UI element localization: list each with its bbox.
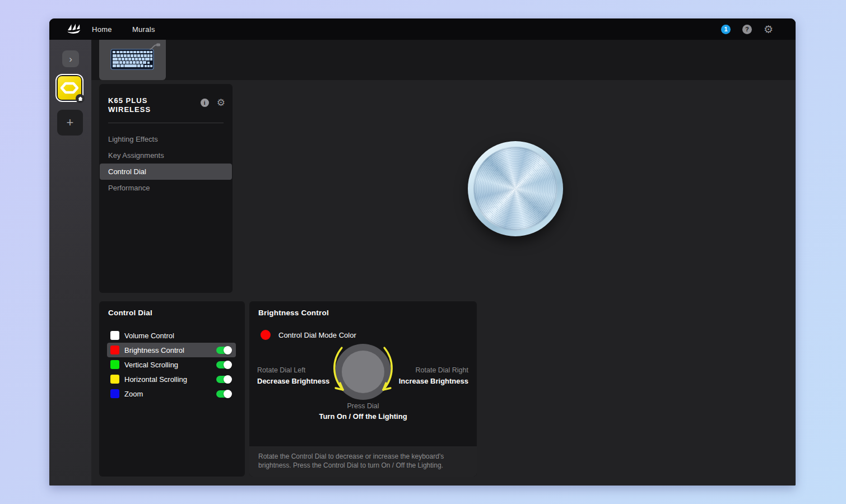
mode-color-row: Control Dial Mode Color — [261, 330, 356, 340]
toggle-knob — [224, 346, 232, 354]
toggle-knob — [224, 361, 232, 369]
home-icon — [78, 96, 83, 101]
menu-item-control-dial[interactable]: Control Dial — [100, 164, 232, 180]
brightness-panel-title: Brightness Control — [258, 309, 329, 317]
add-device-button[interactable]: + — [57, 110, 83, 136]
mode-color-swatch — [110, 346, 119, 354]
mode-color-label: Control Dial Mode Color — [278, 331, 356, 339]
plus-icon: + — [67, 115, 74, 130]
hardware-mode-badge — [76, 94, 85, 103]
device-menu: Lighting Effects Key Assignments Control… — [99, 131, 233, 196]
device-settings-icon[interactable]: ⚙ — [217, 98, 225, 108]
keyboard-thumbnail — [110, 47, 155, 72]
menu-item-lighting-effects[interactable]: Lighting Effects — [100, 131, 232, 147]
mode-row-horizontal-scrolling[interactable]: Horizontal Scrolling — [107, 372, 236, 386]
nav-home[interactable]: Home — [92, 25, 112, 34]
mode-toggle-on[interactable] — [216, 390, 231, 398]
brightness-control-panel: Brightness Control Control Dial Mode Col… — [249, 301, 477, 477]
settings-gear-icon[interactable]: ⚙ — [764, 24, 773, 35]
brightness-description: Rotate the Control Dial to decrease or i… — [258, 452, 463, 470]
nav-murals[interactable]: Murals — [132, 25, 155, 34]
mode-list: Volume Control Brightness Control Vertic… — [99, 328, 245, 401]
mode-color-swatch — [110, 331, 119, 340]
control-dial-preview — [468, 141, 563, 236]
rotate-arrows-icon — [328, 345, 398, 402]
help-icon[interactable]: ? — [742, 25, 752, 34]
menu-item-performance[interactable]: Performance — [100, 180, 232, 196]
mode-color-swatch — [110, 375, 119, 384]
device-name: K65 PLUS WIRELESS — [108, 96, 201, 114]
sidebar-expand-button[interactable]: › — [62, 50, 79, 67]
divider — [108, 123, 224, 123]
mode-row-zoom[interactable]: Zoom — [107, 386, 236, 401]
brightness-description-footer: Rotate the Control Dial to decrease or i… — [249, 446, 477, 477]
hexagon-icon — [61, 80, 78, 96]
usb-cable-icon — [150, 43, 162, 50]
device-tab-k65[interactable] — [99, 40, 166, 80]
main-content: K65 PLUS WIRELESS i ⚙ Lighting Effects K… — [91, 40, 796, 486]
mode-row-volume-control[interactable]: Volume Control — [107, 328, 236, 343]
toggle-knob — [224, 375, 232, 384]
icue-app-window: Home Murals 1 ? ⚙ › + — [49, 18, 796, 486]
mode-row-brightness-control[interactable]: Brightness Control — [107, 343, 236, 357]
mode-color-swatch — [110, 360, 119, 369]
mode-color-dot[interactable] — [261, 330, 271, 340]
rotate-left-info: Rotate Dial Left Decrease Brightness — [257, 365, 329, 386]
device-settings-panel: K65 PLUS WIRELESS i ⚙ Lighting Effects K… — [99, 84, 233, 293]
control-dial-panel-title: Control Dial — [108, 309, 245, 317]
topbar-actions: 1 ? ⚙ — [721, 24, 773, 35]
main-nav: Home Murals — [92, 25, 155, 34]
press-dial-action: Turn On / Off the Lighting — [249, 412, 477, 421]
mode-color-swatch — [110, 389, 119, 398]
sidebar-device-k65[interactable] — [55, 74, 83, 102]
press-dial-label: Press Dial — [249, 402, 477, 410]
mode-toggle-on[interactable] — [216, 361, 231, 368]
device-info-icon[interactable]: i — [201, 99, 209, 107]
chevron-right-icon: › — [69, 54, 72, 64]
top-bar: Home Murals 1 ? ⚙ — [49, 18, 796, 40]
device-sidebar: › + — [49, 40, 91, 486]
mode-row-vertical-scrolling[interactable]: Vertical Scrolling — [107, 357, 236, 372]
toggle-knob — [224, 390, 232, 398]
device-panel-header: K65 PLUS WIRELESS i ⚙ — [99, 84, 233, 114]
mode-toggle-on[interactable] — [216, 376, 231, 383]
control-dial-face — [473, 147, 557, 231]
device-panel-actions: i ⚙ — [201, 98, 225, 108]
mode-toggle-on[interactable] — [216, 347, 231, 354]
control-dial-panel: Control Dial Volume Control Brightness C… — [99, 301, 245, 477]
menu-item-key-assignments[interactable]: Key Assignments — [100, 147, 232, 164]
notification-badge[interactable]: 1 — [721, 25, 731, 34]
device-tab-strip — [91, 40, 796, 80]
rotate-right-info: Rotate Dial Right Increase Brightness — [399, 365, 468, 386]
corsair-logo-icon[interactable] — [66, 22, 83, 36]
